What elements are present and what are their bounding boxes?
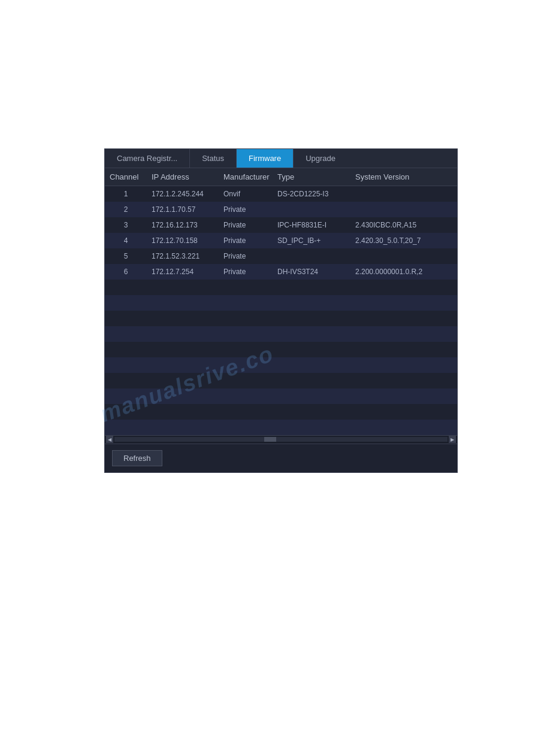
cell-manufacturer: Private xyxy=(219,217,273,233)
table-row: 1 172.1.2.245.244 Onvif DS-2CD1225-I3 xyxy=(105,186,457,202)
cell-type: DS-2CD1225-I3 xyxy=(273,186,350,202)
cell-empty xyxy=(105,342,147,357)
scroll-track[interactable] xyxy=(114,437,448,442)
cell-manufacturer: Private xyxy=(219,202,273,217)
table-row: 3 172.16.12.173 Private IPC-HF8831E-I 2.… xyxy=(105,217,457,233)
cell-ip: 172.1.52.3.221 xyxy=(147,248,219,264)
cell-sysver: 2.200.0000001.0.R,2 xyxy=(350,264,457,280)
cell-manufacturer: Private xyxy=(219,248,273,264)
table-row-empty xyxy=(105,404,457,420)
col-header-type: Type xyxy=(273,168,350,186)
table-row-empty xyxy=(105,311,457,326)
table-row-empty xyxy=(105,420,457,435)
table-row-empty xyxy=(105,342,457,357)
table-row: 2 172.1.1.70.57 Private xyxy=(105,202,457,217)
cell-channel: 6 xyxy=(105,264,147,280)
table-row: 4 172.12.70.158 Private SD_IPC_IB-+ 2.42… xyxy=(105,233,457,248)
cell-type xyxy=(273,202,350,217)
tab-camera-registr[interactable]: Camera Registr... xyxy=(105,149,190,168)
cell-channel: 5 xyxy=(105,248,147,264)
scroll-right-arrow[interactable]: ▶ xyxy=(449,436,456,443)
tab-bar: Camera Registr... Status Firmware Upgrad… xyxy=(105,149,457,168)
table-row-empty xyxy=(105,373,457,388)
col-header-sysver: System Version xyxy=(350,168,457,186)
cell-ip: 172.1.2.245.244 xyxy=(147,186,219,202)
table-row-empty xyxy=(105,280,457,295)
col-header-manufacturer: Manufacturer xyxy=(219,168,273,186)
cell-manufacturer: Private xyxy=(219,233,273,248)
refresh-button[interactable]: Refresh xyxy=(112,450,162,466)
cell-empty xyxy=(105,280,147,295)
cell-empty xyxy=(105,404,147,420)
cell-channel: 4 xyxy=(105,233,147,248)
main-panel: Camera Registr... Status Firmware Upgrad… xyxy=(104,148,458,473)
cell-empty xyxy=(105,311,147,326)
firmware-table-container: Channel IP Address Manufacturer Type Sys… xyxy=(105,168,457,435)
cell-type xyxy=(273,248,350,264)
cell-sysver xyxy=(350,248,457,264)
table-row-empty xyxy=(105,295,457,311)
footer: Refresh xyxy=(105,444,457,472)
table-row-empty xyxy=(105,357,457,373)
cell-empty xyxy=(105,420,147,435)
table-header-row: Channel IP Address Manufacturer Type Sys… xyxy=(105,168,457,186)
cell-empty xyxy=(105,295,147,311)
cell-empty xyxy=(105,357,147,373)
tab-status[interactable]: Status xyxy=(190,149,237,168)
cell-ip: 172.12.70.158 xyxy=(147,233,219,248)
cell-channel: 3 xyxy=(105,217,147,233)
cell-empty xyxy=(105,373,147,388)
tab-upgrade[interactable]: Upgrade xyxy=(294,149,347,168)
cell-ip: 172.1.1.70.57 xyxy=(147,202,219,217)
cell-sysver: 2.430ICBC.0R,A15 xyxy=(350,217,457,233)
cell-ip: 172.12.7.254 xyxy=(147,264,219,280)
cell-empty xyxy=(105,388,147,404)
col-header-ip: IP Address xyxy=(147,168,219,186)
cell-sysver: 2.420.30_5.0.T,20_7 xyxy=(350,233,457,248)
cell-sysver xyxy=(350,186,457,202)
cell-type: DH-IVS3T24 xyxy=(273,264,350,280)
cell-type: SD_IPC_IB-+ xyxy=(273,233,350,248)
col-header-channel: Channel xyxy=(105,168,147,186)
cell-ip: 172.16.12.173 xyxy=(147,217,219,233)
cell-empty xyxy=(105,326,147,342)
table-row-empty xyxy=(105,326,457,342)
table-row: 5 172.1.52.3.221 Private xyxy=(105,248,457,264)
table-row: 6 172.12.7.254 Private DH-IVS3T24 2.200.… xyxy=(105,264,457,280)
cell-channel: 1 xyxy=(105,186,147,202)
scroll-thumb[interactable] xyxy=(264,437,276,442)
cell-type: IPC-HF8831E-I xyxy=(273,217,350,233)
table-row-empty xyxy=(105,388,457,404)
tab-firmware[interactable]: Firmware xyxy=(237,149,294,168)
cell-manufacturer: Onvif xyxy=(219,186,273,202)
cell-channel: 2 xyxy=(105,202,147,217)
firmware-table: Channel IP Address Manufacturer Type Sys… xyxy=(105,168,457,435)
scroll-left-arrow[interactable]: ◀ xyxy=(106,436,113,443)
horizontal-scrollbar[interactable]: ◀ ▶ xyxy=(105,435,457,444)
cell-manufacturer: Private xyxy=(219,264,273,280)
cell-sysver xyxy=(350,202,457,217)
